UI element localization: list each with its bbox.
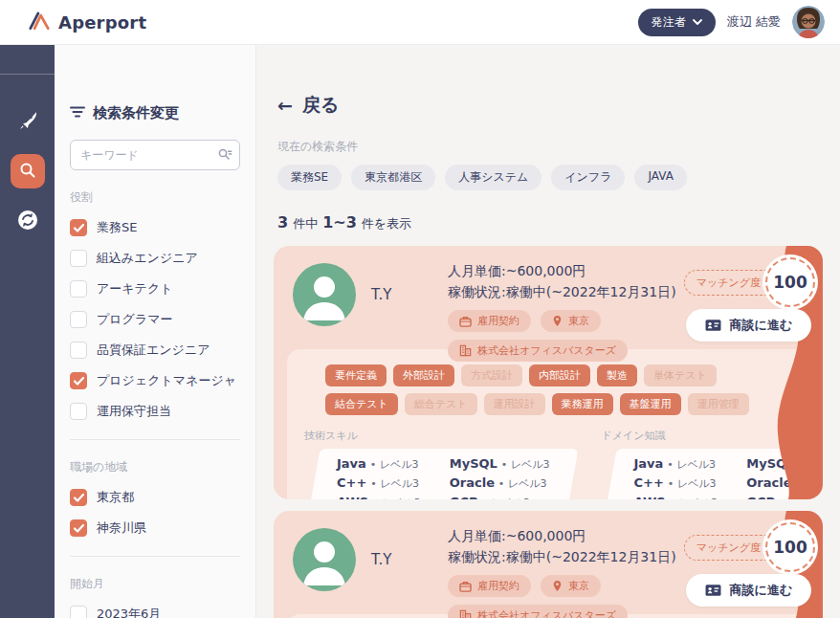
filter-option[interactable]: 神奈川県 bbox=[70, 519, 240, 537]
checkbox[interactable] bbox=[70, 519, 87, 537]
filter-panel: 検索条件変更 役割 bbox=[55, 45, 256, 618]
search-options-icon bbox=[217, 147, 232, 166]
skill-name: C++ bbox=[337, 475, 366, 490]
candidate-avatar bbox=[293, 528, 356, 591]
filter-option-label: 神奈川県 bbox=[97, 519, 146, 537]
skill-level: • レベル3 bbox=[779, 497, 823, 499]
filter-option[interactable]: 2023年6月 bbox=[70, 606, 240, 618]
checkbox[interactable] bbox=[70, 403, 87, 420]
candidate-tag: 雇用契約 bbox=[448, 310, 531, 332]
filter-option[interactable]: プロジェクトマネージャ bbox=[70, 372, 240, 389]
building-icon bbox=[459, 344, 472, 357]
matching-score: 100 bbox=[765, 522, 815, 572]
search-nav-button[interactable] bbox=[11, 154, 45, 188]
candidate-tag: 雇用契約 bbox=[448, 575, 531, 597]
id-card-icon bbox=[705, 584, 721, 597]
filter-option[interactable]: 組込みエンジニア bbox=[70, 250, 240, 267]
checkbox[interactable] bbox=[70, 311, 87, 328]
skill-item: Oracle • レベル3 bbox=[450, 475, 550, 491]
skill-name: Java bbox=[633, 456, 663, 471]
skill-level: • レベル3 bbox=[501, 458, 550, 471]
check-icon bbox=[74, 524, 84, 533]
id-card-icon bbox=[705, 319, 721, 332]
candidate-name: T.Y bbox=[371, 286, 423, 362]
person-icon bbox=[293, 528, 356, 591]
filter-option[interactable]: プログラマー bbox=[70, 311, 240, 328]
skill-list: Java • レベル3 MySQL • レベル3 C++ • レベル3 Orac… bbox=[633, 456, 823, 499]
skill-item: GCP • レベル3 bbox=[746, 495, 823, 499]
phase-tag: 運用設計 bbox=[484, 393, 545, 415]
checkbox[interactable] bbox=[70, 280, 87, 298]
checkbox[interactable] bbox=[70, 489, 87, 506]
check-icon bbox=[74, 224, 84, 232]
proceed-to-deal-button[interactable]: 商談に進む bbox=[686, 574, 811, 607]
skill-item: C++ • レベル3 bbox=[337, 475, 421, 491]
aperport-logo-icon bbox=[27, 8, 52, 36]
company-tag: 株式会社オフィスバスターズ bbox=[448, 605, 628, 618]
chevron-down-icon bbox=[693, 15, 702, 29]
brand-logo: Aperport bbox=[27, 8, 146, 36]
skill-name: GCP bbox=[450, 495, 478, 499]
person-icon bbox=[293, 263, 356, 326]
matching-score-badge: マッチング度 100 bbox=[684, 257, 815, 307]
checkbox[interactable] bbox=[70, 606, 87, 618]
phase-tag: 総合テスト bbox=[405, 393, 477, 415]
proceed-to-deal-button[interactable]: 商談に進む bbox=[686, 309, 811, 342]
checkbox[interactable] bbox=[70, 342, 87, 359]
role-selector[interactable]: 発注者 bbox=[638, 9, 716, 36]
phase-tag: 要件定義 bbox=[325, 364, 387, 386]
filter-option[interactable]: 品質保証エンジニア bbox=[70, 342, 240, 359]
skill-name: AWS bbox=[633, 495, 665, 499]
company-name: 株式会社オフィスバスターズ bbox=[477, 608, 616, 618]
result-range: 1~3 bbox=[322, 213, 357, 232]
sync-nav-button[interactable] bbox=[17, 210, 38, 233]
user-avatar[interactable] bbox=[792, 6, 825, 38]
status-line: 稼働状況:稼働中(~2022年12月31日) bbox=[448, 547, 676, 568]
checkbox[interactable] bbox=[70, 250, 87, 267]
skill-panel: Java • レベル3 MySQL • レベル3 C++ • レベル3 Orac… bbox=[314, 449, 572, 499]
back-arrow-icon: ← bbox=[277, 95, 293, 116]
filter-option-label: プロジェクトマネージャ bbox=[97, 372, 236, 389]
card-detail-sheet: 要件定義 外部設計 方式設計 内部設計 製造 単体テスト bbox=[287, 349, 823, 499]
phase-tag: 製造 bbox=[597, 364, 637, 386]
filter-options: 2023年6月 2023年7月 bbox=[70, 606, 240, 618]
current-conditions-label: 現在の検索条件 bbox=[277, 139, 823, 155]
filter-option[interactable]: 東京都 bbox=[70, 489, 240, 506]
candidate-tag-label: 雇用契約 bbox=[477, 579, 519, 593]
filter-option[interactable]: 業務SE bbox=[70, 219, 240, 236]
filter-section: 職場の地域 東京都 bbox=[70, 459, 240, 557]
matching-score-badge: マッチング度 100 bbox=[684, 522, 815, 572]
candidate-info: 人月単価:~600,000円 稼働状況:稼働中(~2022年12月31日) bbox=[448, 261, 676, 362]
skill-item: AWS • レベル3 bbox=[337, 495, 421, 499]
skill-groups: 技術スキル Java • レベル3 MySQL • レベル3 bbox=[287, 415, 823, 499]
filter-option[interactable]: 運用保守担当 bbox=[70, 403, 240, 420]
briefcase-icon bbox=[459, 316, 472, 327]
keyword-input[interactable] bbox=[70, 140, 240, 170]
phase-tag: 内部設計 bbox=[529, 364, 590, 386]
skill-name: AWS bbox=[337, 495, 368, 499]
checkbox[interactable] bbox=[70, 372, 87, 389]
skill-level: • レベル3 bbox=[667, 458, 716, 471]
skill-level: • レベル3 bbox=[370, 458, 419, 471]
filter-option[interactable]: アーキテクト bbox=[70, 280, 240, 298]
back-button[interactable]: ← 戻る bbox=[277, 93, 339, 118]
skill-level: • レベル3 bbox=[498, 477, 547, 490]
candidate-tag: 東京 bbox=[541, 575, 601, 597]
rocket-nav-button[interactable] bbox=[16, 109, 39, 135]
candidate-tag-label: 東京 bbox=[568, 314, 589, 328]
sync-icon bbox=[17, 210, 38, 233]
filter-options: 業務SE 組込みエンジニア bbox=[70, 219, 240, 420]
status-line: 稼働状況:稼働中(~2022年12月31日) bbox=[448, 282, 676, 303]
briefcase-icon bbox=[459, 581, 472, 592]
skill-panel: Java • レベル3 MySQL • レベル3 C++ • レベル3 Orac… bbox=[610, 449, 823, 499]
skill-name: MySQL bbox=[450, 456, 497, 471]
rail-divider bbox=[0, 74, 55, 75]
candidate-tag: 東京 bbox=[541, 310, 601, 332]
candidate-card: 要件定義 外部設計 方式設計 内部設計 製造 単体テスト bbox=[274, 246, 823, 499]
result-suffix: 件を表示 bbox=[362, 215, 411, 232]
skill-item: GCP • レベル3 bbox=[450, 495, 550, 499]
checkbox[interactable] bbox=[70, 219, 87, 236]
filter-option-label: 業務SE bbox=[97, 219, 137, 236]
filter-option-label: 2023年6月 bbox=[97, 606, 161, 618]
app: Aperport 発注者 渡辺 結愛 bbox=[0, 0, 840, 618]
